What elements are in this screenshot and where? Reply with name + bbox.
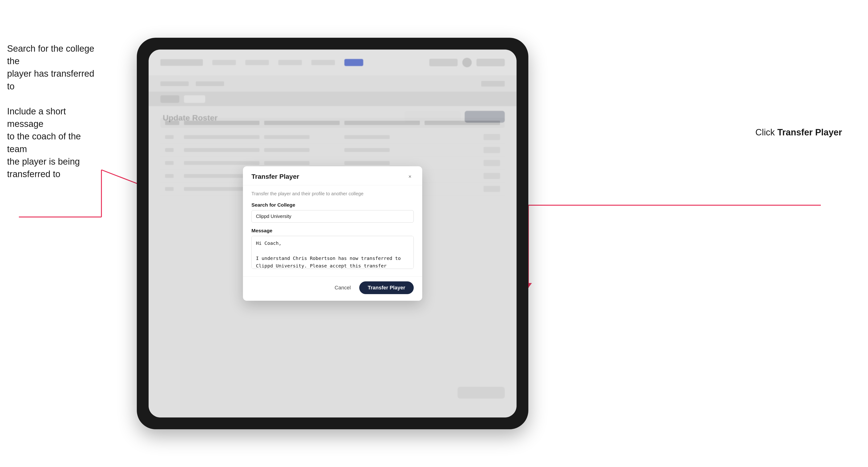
annotation-right-bold: Transfer Player: [777, 127, 842, 137]
modal-title: Transfer Player: [251, 173, 299, 181]
annotation-left: Search for the college the player has tr…: [7, 42, 97, 181]
tablet-device: Update Roster: [137, 38, 528, 429]
annotation-line5: the player is being: [7, 155, 97, 168]
cancel-button[interactable]: Cancel: [331, 282, 354, 293]
annotation-line4: to the coach of the team: [7, 130, 97, 155]
transfer-player-modal: Transfer Player × Transfer the player an…: [243, 166, 422, 301]
search-college-label: Search for College: [251, 202, 414, 208]
close-icon[interactable]: ×: [406, 173, 414, 181]
annotation-line2: player has transferred to: [7, 67, 97, 92]
modal-header: Transfer Player ×: [243, 166, 422, 185]
annotation-right: Click Transfer Player: [755, 127, 842, 137]
annotation-line1: Search for the college the: [7, 42, 97, 67]
modal-body: Transfer the player and their profile to…: [243, 185, 422, 276]
modal-footer: Cancel Transfer Player: [243, 276, 422, 301]
message-label: Message: [251, 228, 414, 234]
annotation-right-prefix: Click: [755, 127, 777, 137]
message-textarea[interactable]: Hi Coach, I understand Chris Robertson h…: [251, 236, 414, 269]
modal-subtitle: Transfer the player and their profile to…: [251, 191, 414, 196]
search-college-input[interactable]: [251, 210, 414, 223]
tablet-screen: Update Roster: [149, 50, 517, 417]
transfer-player-button[interactable]: Transfer Player: [359, 281, 414, 294]
annotation-line3: Include a short message: [7, 105, 97, 130]
annotation-line6: transferred to: [7, 168, 97, 181]
